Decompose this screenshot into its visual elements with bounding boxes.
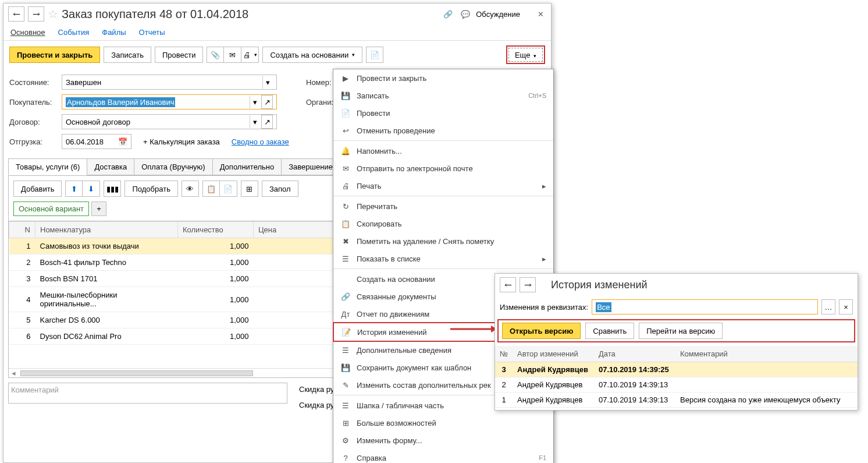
history-actions-highlight: Открыть версию Сравнить Перейти на верси… (497, 319, 855, 342)
menu-item[interactable]: ↩Отменить проведение (333, 122, 553, 139)
close-icon[interactable]: ✕ (535, 8, 546, 21)
menu-item[interactable]: ?СправкаF1 (333, 449, 553, 463)
menu-icon: ✎ (340, 380, 351, 390)
nav-back-button[interactable]: 🡐 (500, 277, 516, 292)
contract-input[interactable]: Основной договор ▾ ↗ (62, 114, 277, 129)
menu-item[interactable]: ▶Провести и закрыть (333, 69, 553, 87)
create-based-button[interactable]: Создать на основании▾ (262, 47, 362, 63)
action-bar: Провести и закрыть Записать Провести 📎 ✉… (3, 41, 551, 69)
hcol-comment[interactable]: Комментарий (675, 346, 858, 362)
comment-input[interactable]: Комментарий (8, 383, 287, 404)
more-highlight: Еще ▾ (506, 45, 545, 64)
history-title: История изменений (551, 279, 648, 291)
menu-icon: 📄 (340, 108, 351, 118)
star-icon[interactable]: ☆ (48, 7, 58, 21)
menu-item[interactable]: 🖨Печать▸ (333, 177, 553, 195)
number-label: Номер: (306, 78, 332, 87)
hcol-author[interactable]: Автор изменений (513, 346, 594, 362)
history-row[interactable]: 3Андрей Кудрявцев07.10.2019 14:39:25 (495, 362, 858, 377)
nav-back-button[interactable]: 🡐 (8, 6, 24, 22)
menu-item[interactable]: 🔔Напомнить... (333, 142, 553, 160)
stab-payment[interactable]: Оплата (Вручную) (134, 158, 212, 175)
menu-icon: 🖨 (340, 181, 351, 190)
tab-reports[interactable]: Отчеты (139, 28, 165, 37)
hcol-date[interactable]: Дата (594, 346, 675, 362)
stab-goods[interactable]: Товары, услуги (6) (8, 158, 87, 175)
fill-button[interactable]: Запол (262, 181, 298, 197)
col-name[interactable]: Номенклатура (35, 222, 178, 238)
grid-button[interactable]: ⊞ (241, 181, 258, 197)
chevron-down-icon[interactable]: ▾ (250, 96, 260, 108)
history-panel: 🡐 🡒 История изменений Изменения в реквиз… (495, 273, 858, 411)
hcol-n[interactable]: № (495, 346, 513, 362)
variant-button[interactable]: Основной вариант (13, 202, 89, 216)
menu-item[interactable]: 📋Скопировать (333, 215, 553, 232)
menu-item[interactable]: ☰Показать в списке▸ (333, 250, 553, 267)
menu-icon: ⚙ (340, 436, 351, 445)
calendar-icon[interactable]: 📅 (118, 137, 127, 146)
copy-button[interactable]: 📋 (202, 181, 220, 197)
open-ref-icon[interactable]: ↗ (261, 115, 273, 129)
nav-forward-button[interactable]: 🡒 (28, 6, 44, 22)
mail-button[interactable]: ✉ (224, 47, 241, 63)
move-down-button[interactable]: ⬇ (83, 181, 100, 197)
add-button[interactable]: Добавить (13, 181, 62, 197)
buyer-input[interactable]: Арнольдов Валерий Иванович ▾ ↗ (62, 94, 277, 109)
ship-date-input[interactable]: 06.04.2018 📅 (62, 134, 131, 149)
menu-icon: 🔗 (340, 292, 351, 301)
compare-button[interactable]: Сравнить (585, 323, 634, 339)
goto-version-button[interactable]: Перейти на версию (639, 323, 723, 339)
filter-more-button[interactable]: … (821, 299, 835, 314)
discount-label2: Скидка ру (299, 401, 334, 409)
tab-main[interactable]: Основное (10, 28, 45, 37)
menu-item[interactable]: ⊞Больше возможностей (333, 414, 553, 432)
menu-item[interactable]: ✉Отправить по электронной почте (333, 160, 553, 177)
pick-button[interactable]: Подобрать (124, 181, 177, 197)
menu-item[interactable]: 💾ЗаписатьCtrl+S (333, 87, 553, 104)
tab-events[interactable]: События (58, 28, 90, 37)
summary-link[interactable]: Сводно о заказе (232, 137, 289, 146)
menu-item[interactable]: ↻Перечитать (333, 197, 553, 215)
discussion-label[interactable]: Обсуждение (476, 10, 520, 19)
col-qty[interactable]: Количество (178, 222, 254, 238)
buyer-label: Покупатель: (9, 98, 56, 107)
link-icon[interactable]: 🔗 (441, 8, 455, 21)
filter-label: Изменения в реквизитах: (500, 303, 588, 312)
post-close-button[interactable]: Провести и закрыть (9, 47, 100, 63)
history-row[interactable]: 1Андрей Кудрявцев07.10.2019 14:39:13Верс… (495, 393, 858, 408)
tab-files[interactable]: Файлы (102, 28, 126, 37)
ship-label: Отгрузка: (9, 137, 56, 146)
move-up-button[interactable]: ⬆ (65, 181, 83, 197)
print-button[interactable]: 🖨▾ (241, 47, 259, 63)
paste-button[interactable]: 📄 (220, 181, 237, 197)
filter-clear-button[interactable]: × (839, 299, 853, 314)
state-input[interactable]: Завершен▾ (62, 75, 277, 90)
add-variant-button[interactable]: + (91, 202, 106, 216)
menu-item[interactable]: ✖Пометить на удаление / Снять пометку (333, 232, 553, 250)
more-button[interactable]: Еще ▾ (508, 48, 543, 62)
chevron-down-icon[interactable]: ▾ (262, 76, 273, 89)
nav-forward-button[interactable]: 🡒 (520, 277, 536, 292)
menu-item[interactable]: 📄Провести (333, 104, 553, 122)
menu-item[interactable]: ⚙Изменить форму... (333, 432, 553, 449)
discount-label1: Скидка ру (299, 385, 334, 394)
history-row[interactable]: 2Андрей Кудрявцев07.10.2019 14:39:13 (495, 377, 858, 393)
filter-input[interactable]: Все (592, 299, 818, 314)
menu-icon: 🔔 (340, 146, 351, 155)
post-button[interactable]: Провести (155, 47, 204, 63)
save-button[interactable]: Записать (104, 47, 151, 63)
state-label: Состояние: (9, 78, 56, 87)
open-version-button[interactable]: Открыть версию (502, 323, 581, 339)
doc-button[interactable]: 📄 (366, 47, 383, 63)
col-n[interactable]: N (9, 222, 35, 238)
menu-icon: ⊞ (340, 418, 351, 427)
clip-button[interactable]: 📎 (207, 47, 224, 63)
chevron-down-icon[interactable]: ▾ (250, 115, 260, 128)
stab-delivery[interactable]: Доставка (87, 158, 134, 175)
stab-additional[interactable]: Дополнительно (212, 158, 282, 175)
view-button[interactable]: 👁 (182, 181, 199, 197)
menu-icon: ☰ (340, 345, 351, 355)
open-ref-icon[interactable]: ↗ (261, 95, 273, 109)
barcode-button[interactable]: ▮▮▮ (104, 181, 121, 197)
discussion-icon[interactable]: 💬 (458, 8, 472, 21)
